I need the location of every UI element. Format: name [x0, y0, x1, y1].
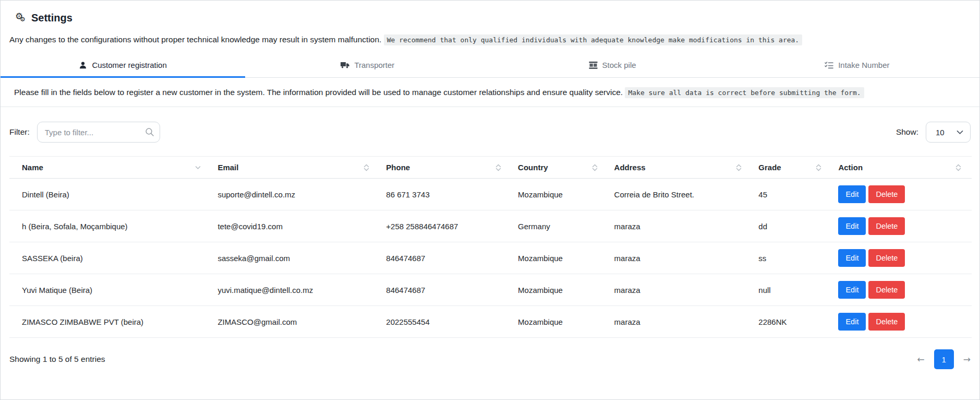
delete-button[interactable]: Delete [868, 313, 905, 331]
cell-grade: ss [752, 242, 832, 274]
filter-input[interactable] [37, 122, 160, 143]
show-label: Show: [896, 127, 918, 137]
cell-name: Yuvi Matique (Beira) [9, 274, 211, 306]
column-label: Country [518, 163, 548, 172]
filter-box [37, 122, 160, 143]
tab-customer-registration[interactable]: Customer registration [1, 53, 245, 78]
cell-country: Germany [512, 210, 608, 242]
next-page-button[interactable]: → [963, 354, 971, 364]
entries-summary: Showing 1 to 5 of 5 entries [9, 355, 105, 364]
cell-grade: 2286NK [752, 306, 832, 338]
page-1-button[interactable]: 1 [934, 349, 954, 369]
tab-bar: Customer registration Transporter Stock … [1, 53, 979, 78]
column-header-action[interactable]: Action [832, 157, 972, 179]
edit-button[interactable]: Edit [838, 249, 866, 267]
table-header-row: Name Email Phone [9, 157, 972, 179]
cell-email: yuvi.matique@dintell.co.mz [211, 274, 380, 306]
delete-button[interactable]: Delete [868, 185, 905, 203]
search-icon [145, 127, 154, 138]
column-header-country[interactable]: Country [512, 157, 608, 179]
pallet-icon [589, 61, 598, 69]
cell-address: maraza [608, 242, 753, 274]
cell-address: maraza [608, 274, 753, 306]
cell-action: EditDelete [832, 242, 972, 274]
cell-email: sasseka@gmail.com [211, 242, 380, 274]
tab-label: Customer registration [92, 61, 166, 69]
delete-button[interactable]: Delete [868, 249, 905, 267]
edit-button[interactable]: Edit [838, 281, 866, 299]
warning-code-text: We recommend that only qualified individ… [384, 34, 803, 45]
settings-page: ⚙⚙ Settings Any changes to the configura… [0, 0, 980, 400]
cell-grade: null [752, 274, 832, 306]
pagination: ← 1 → [917, 349, 971, 369]
table-row: Yuvi Matique (Beira) yuvi.matique@dintel… [9, 274, 972, 306]
filter-label: Filter: [9, 127, 30, 137]
show-wrap: Show: 10 [896, 122, 971, 143]
sort-both-icon [816, 164, 821, 171]
column-label: Action [838, 163, 863, 172]
delete-button[interactable]: Delete [868, 281, 905, 299]
table-row: h (Beira, Sofala, Moçambique) tete@covid… [9, 210, 972, 242]
cell-name: ZIMASCO ZIMBABWE PVT (beira) [9, 306, 211, 338]
cell-phone: 846474687 [380, 274, 512, 306]
table-controls: Filter: Show: 10 [9, 122, 971, 143]
description-plain-text: Please fill in the fields below to regis… [14, 88, 623, 97]
cell-action: EditDelete [832, 179, 972, 210]
column-label: Address [614, 163, 646, 172]
cell-grade: 45 [752, 179, 832, 210]
edit-button[interactable]: Edit [838, 185, 866, 203]
sort-both-icon [364, 164, 369, 171]
page-size-select[interactable]: 10 [926, 122, 971, 143]
column-label: Name [22, 163, 43, 172]
truck-icon [341, 61, 349, 69]
edit-button[interactable]: Edit [838, 217, 866, 235]
cell-country: Mozambique [512, 179, 608, 210]
delete-button[interactable]: Delete [868, 217, 905, 235]
tab-description: Please fill in the fields below to regis… [1, 78, 979, 107]
cell-name: Dintell (Beira) [9, 179, 211, 210]
cell-action: EditDelete [832, 274, 972, 306]
cell-country: Mozambique [512, 242, 608, 274]
table-footer: Showing 1 to 5 of 5 entries ← 1 → [9, 349, 971, 369]
sort-both-icon [495, 164, 501, 171]
table-row: Dintell (Beira) suporte@dintell.co.mz 86… [9, 179, 972, 210]
cell-address: Correia de Brito Street. [608, 179, 753, 210]
cell-phone: +258 258846474687 [380, 210, 512, 242]
cell-email: tete@covid19.com [211, 210, 380, 242]
tab-intake-number[interactable]: Intake Number [735, 53, 979, 78]
column-header-name[interactable]: Name [9, 157, 211, 179]
tab-stock-pile[interactable]: Stock pile [490, 53, 735, 78]
customers-table: Name Email Phone [9, 156, 972, 338]
column-label: Grade [758, 163, 781, 172]
prev-page-button[interactable]: ← [917, 354, 925, 364]
gears-icon: ⚙⚙ [15, 11, 28, 24]
cell-email: suporte@dintell.co.mz [211, 179, 380, 210]
table-row: SASSEKA (beira) sasseka@gmail.com 846474… [9, 242, 972, 274]
cell-address: maraza [608, 306, 753, 338]
tab-label: Transporter [354, 61, 394, 69]
tab-transporter[interactable]: Transporter [245, 53, 490, 78]
column-header-phone[interactable]: Phone [380, 157, 512, 179]
warning-text: Any changes to the configurations withou… [9, 35, 971, 44]
tab-label: Intake Number [838, 61, 889, 69]
warning-plain-text: Any changes to the configurations withou… [9, 35, 381, 44]
person-icon [79, 61, 87, 69]
edit-button[interactable]: Edit [838, 313, 866, 331]
list-check-icon [825, 61, 833, 69]
cell-action: EditDelete [832, 210, 972, 242]
divider [1, 107, 979, 107]
cell-grade: dd [752, 210, 832, 242]
sort-both-icon [592, 164, 598, 171]
column-header-email[interactable]: Email [211, 157, 380, 179]
table-row: ZIMASCO ZIMBABWE PVT (beira) ZIMASCO@gma… [9, 306, 972, 338]
cell-country: Mozambique [512, 274, 608, 306]
cell-action: EditDelete [832, 306, 972, 338]
column-label: Email [217, 163, 238, 172]
sort-both-icon [955, 164, 961, 171]
column-header-grade[interactable]: Grade [752, 157, 832, 179]
cell-country: Mozambique [512, 306, 608, 338]
column-header-address[interactable]: Address [608, 157, 753, 179]
page-header: ⚙⚙ Settings [1, 11, 979, 24]
cell-phone: 846474687 [380, 242, 512, 274]
cell-name: SASSEKA (beira) [9, 242, 211, 274]
